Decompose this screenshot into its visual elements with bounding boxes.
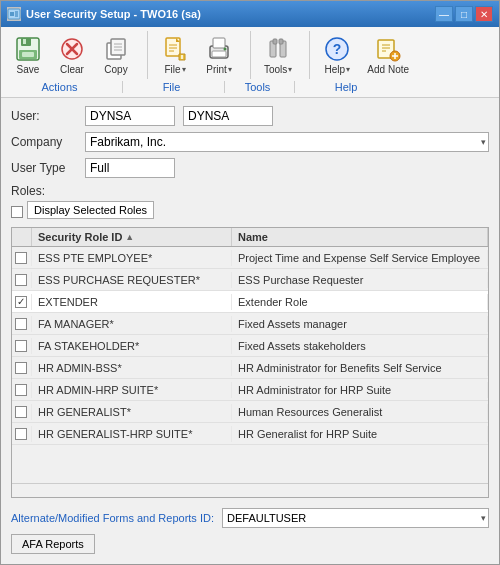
table-row[interactable]: HR GENERALIST*Human Resources Generalist — [12, 401, 488, 423]
svg-rect-1 — [10, 12, 14, 16]
clear-icon — [58, 35, 86, 63]
row-checkbox[interactable] — [15, 318, 27, 330]
ribbon-label-actions-group: Actions — [7, 81, 123, 93]
row-checkbox-cell[interactable] — [12, 426, 32, 442]
help-button[interactable]: ? Help ▾ — [316, 31, 358, 79]
row-checkbox-cell[interactable] — [12, 360, 32, 376]
row-role-id: ESS PTE EMPLOYEE* — [32, 250, 232, 266]
help-icon: ? — [323, 35, 351, 63]
user-input[interactable] — [85, 106, 175, 126]
table-row[interactable]: FA MANAGER*Fixed Assets manager — [12, 313, 488, 335]
window-icon — [7, 7, 21, 21]
ribbon-labels: Actions File Tools Help — [1, 79, 499, 97]
display-selected-label: Display Selected Roles — [34, 204, 147, 216]
save-button[interactable]: Save — [7, 31, 49, 79]
row-checkbox-cell[interactable]: ✓ — [12, 294, 32, 310]
print-button[interactable]: Print ▾ — [198, 31, 240, 79]
row-checkbox-cell[interactable] — [12, 382, 32, 398]
row-role-id: FA MANAGER* — [32, 316, 232, 332]
row-role-id: HR ADMIN-HRP SUITE* — [32, 382, 232, 398]
row-checkbox-cell[interactable] — [12, 250, 32, 266]
company-select[interactable]: Fabrikam, Inc. — [85, 132, 489, 152]
bottom-section: Alternate/Modified Forms and Reports ID:… — [11, 502, 489, 556]
row-checkbox[interactable] — [15, 274, 27, 286]
row-role-id: EXTENDER — [32, 294, 232, 310]
maximize-button[interactable]: □ — [455, 6, 473, 22]
ribbon: Save Clear — [1, 27, 499, 98]
alt-forms-row: Alternate/Modified Forms and Reports ID:… — [11, 508, 489, 528]
ribbon-label-actions[interactable]: Actions — [41, 81, 77, 93]
user-display-input[interactable] — [183, 106, 273, 126]
table-row[interactable]: FA STAKEHOLDER*Fixed Assets stakeholders — [12, 335, 488, 357]
row-role-id: FA STAKEHOLDER* — [32, 338, 232, 354]
row-checkbox[interactable] — [15, 428, 27, 440]
ribbon-group-help: ? Help ▾ — [316, 31, 426, 79]
alt-forms-select-wrapper: DEFAULTUSER ▾ — [222, 508, 489, 528]
window-title: User Security Setup - TWO16 (sa) — [26, 8, 201, 20]
tools-icon — [264, 35, 292, 63]
row-checkbox[interactable] — [15, 340, 27, 352]
row-checkbox-cell[interactable] — [12, 338, 32, 354]
row-role-name: Fixed Assets stakeholders — [232, 338, 488, 354]
main-window: User Security Setup - TWO16 (sa) — □ ✕ — [0, 0, 500, 565]
roles-table: Security Role ID ▲ Name ESS PTE EMPLOYEE… — [11, 227, 489, 498]
svg-rect-32 — [279, 39, 283, 44]
clear-button[interactable]: Clear — [51, 31, 93, 79]
ribbon-toolbar: Save Clear — [1, 27, 499, 79]
row-role-name: HR Administrator for HRP Suite — [232, 382, 488, 398]
row-checkbox-cell[interactable] — [12, 272, 32, 288]
row-checkbox-cell[interactable] — [12, 404, 32, 420]
roles-label: Roles: — [11, 184, 489, 198]
table-body[interactable]: ESS PTE EMPLOYEE*Project Time and Expens… — [12, 247, 488, 483]
table-row[interactable]: HR ADMIN-BSS*HR Administrator for Benefi… — [12, 357, 488, 379]
table-row[interactable]: ESS PTE EMPLOYEE*Project Time and Expens… — [12, 247, 488, 269]
ribbon-label-tools[interactable]: Tools — [245, 81, 271, 93]
th-id[interactable]: Security Role ID ▲ — [32, 228, 232, 246]
table-hscroll[interactable] — [12, 483, 488, 497]
addnote-button[interactable]: Add Note — [360, 31, 416, 79]
content-area: User: Company Fabrikam, Inc. ▾ User Type… — [1, 98, 499, 564]
minimize-button[interactable]: — — [435, 6, 453, 22]
table-row[interactable]: ESS PURCHASE REQUESTER*ESS Purchase Requ… — [12, 269, 488, 291]
tools-arrow: ▾ — [288, 65, 292, 74]
copy-icon — [102, 35, 130, 63]
roles-section: Roles: Display Selected Roles Security R… — [11, 184, 489, 498]
table-row[interactable]: ✓EXTENDERExtender Role — [12, 291, 488, 313]
row-checkbox[interactable] — [15, 384, 27, 396]
row-checkbox[interactable] — [15, 406, 27, 418]
addnote-icon — [374, 35, 402, 63]
file-button[interactable]: File ▾ — [154, 31, 196, 79]
title-bar-controls: — □ ✕ — [435, 6, 493, 22]
alt-forms-link[interactable]: Alternate/Modified Forms and Reports ID: — [11, 512, 214, 524]
alt-forms-select[interactable]: DEFAULTUSER — [222, 508, 489, 528]
title-bar-left: User Security Setup - TWO16 (sa) — [7, 7, 201, 21]
afa-reports-label: AFA Reports — [22, 538, 84, 550]
table-row[interactable]: HR ADMIN-HRP SUITE*HR Administrator for … — [12, 379, 488, 401]
close-button[interactable]: ✕ — [475, 6, 493, 22]
usertype-input[interactable] — [85, 158, 175, 178]
tools-button[interactable]: Tools ▾ — [257, 31, 299, 79]
th-name[interactable]: Name — [232, 228, 488, 246]
display-selected-button[interactable]: Display Selected Roles — [27, 201, 154, 219]
row-role-name: Fixed Assets manager — [232, 316, 488, 332]
row-checkbox[interactable]: ✓ — [15, 296, 27, 308]
ribbon-label-file[interactable]: File — [163, 81, 181, 93]
afa-reports-button[interactable]: AFA Reports — [11, 534, 95, 554]
copy-label: Copy — [104, 64, 127, 75]
svg-rect-9 — [22, 52, 34, 57]
row-checkbox[interactable] — [15, 252, 27, 264]
copy-button[interactable]: Copy — [95, 31, 137, 79]
company-row: Company Fabrikam, Inc. ▾ — [11, 132, 489, 152]
col-id-label: Security Role ID — [38, 231, 122, 243]
row-checkbox-cell[interactable] — [12, 316, 32, 332]
row-role-id: HR ADMIN-BSS* — [32, 360, 232, 376]
table-row[interactable]: HR GENERALIST-HRP SUITE*HR Generalist fo… — [12, 423, 488, 445]
row-role-id: ESS PURCHASE REQUESTER* — [32, 272, 232, 288]
sort-indicator: ▲ — [125, 232, 134, 242]
row-checkbox[interactable] — [15, 362, 27, 374]
display-selected-checkbox[interactable] — [11, 206, 23, 218]
file-label: File — [164, 64, 180, 75]
row-role-name: ESS Purchase Requester — [232, 272, 488, 288]
table-header: Security Role ID ▲ Name — [12, 228, 488, 247]
ribbon-label-help[interactable]: Help — [335, 81, 358, 93]
